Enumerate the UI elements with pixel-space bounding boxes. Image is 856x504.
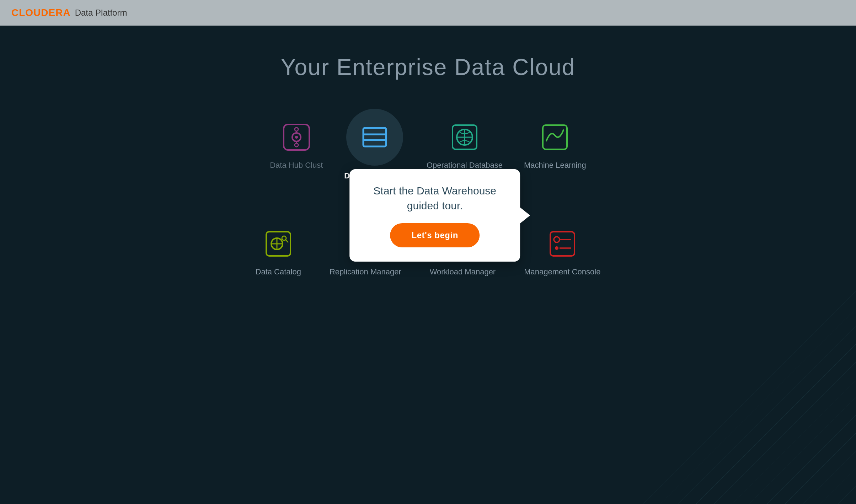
svg-point-15: [295, 128, 298, 131]
workload-manager-label: Workload Manager: [430, 267, 496, 277]
lets-begin-button[interactable]: Let's begin: [390, 223, 480, 247]
data-catalog-label: Data Catalog: [256, 267, 301, 277]
data-catalog-icon: [264, 230, 293, 258]
service-operational-database[interactable]: Operational Database: [427, 119, 503, 170]
service-machine-learning[interactable]: Machine Learning: [524, 119, 586, 170]
hero-title: Your Enterprise Data Cloud: [281, 54, 576, 80]
operational-database-icon-wrapper: [447, 119, 482, 155]
services-row: Data Hub Clust Start the Data Warehouse …: [270, 109, 586, 181]
data-warehouse-icon: [360, 123, 389, 151]
service-management-console[interactable]: Management Console: [524, 226, 600, 277]
brand-name: CLOUDERA: [11, 7, 71, 18]
machine-learning-icon: [541, 123, 569, 151]
replication-manager-label: Replication Manager: [330, 267, 401, 277]
svg-rect-26: [543, 125, 567, 149]
svg-point-40: [554, 237, 560, 242]
data-warehouse-icon-wrapper: [346, 109, 403, 166]
operational-database-icon: [450, 123, 479, 151]
machine-learning-icon-wrapper: [537, 119, 573, 155]
operational-database-label: Operational Database: [427, 161, 503, 170]
data-catalog-icon-wrapper: [261, 226, 296, 262]
platform-subtitle: Data Platform: [75, 8, 127, 18]
machine-learning-label: Machine Learning: [524, 161, 586, 170]
data-hub-icon-wrapper: [279, 119, 314, 155]
logo: CLOUDERA Data Platform: [11, 7, 127, 18]
svg-point-41: [555, 246, 558, 250]
svg-rect-39: [550, 232, 574, 256]
management-console-icon: [548, 230, 577, 258]
svg-point-14: [295, 136, 298, 139]
management-console-label: Management Console: [524, 267, 600, 277]
data-hub-icon: [282, 123, 311, 151]
svg-line-32: [285, 240, 288, 242]
guided-tour-tooltip: Start the Data Warehouse guided tour. Le…: [349, 169, 520, 262]
tooltip-title: Start the Data Warehouse guided tour.: [367, 183, 502, 213]
svg-point-16: [295, 143, 298, 147]
management-console-icon-wrapper: [545, 226, 580, 262]
data-hub-label: Data Hub Clust: [270, 161, 323, 170]
service-data-catalog[interactable]: Data Catalog: [256, 226, 301, 277]
svg-rect-19: [363, 128, 386, 146]
service-data-hub[interactable]: Data Hub Clust: [270, 119, 323, 170]
app-header: CLOUDERA Data Platform: [0, 0, 856, 26]
main-content: Your Enterprise Data Cloud Data Hub Clus…: [0, 26, 856, 504]
